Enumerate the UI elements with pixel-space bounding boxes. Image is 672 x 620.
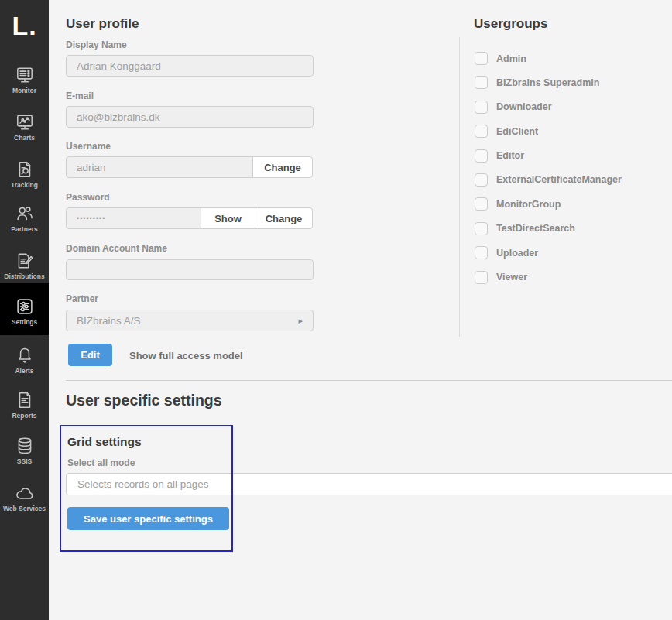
partners-icon bbox=[0, 204, 49, 224]
sidebar-item-label: Distributions bbox=[0, 272, 49, 281]
alerts-icon bbox=[0, 345, 49, 365]
reports-icon bbox=[0, 390, 49, 410]
sidebar: L. Monitor Charts bbox=[0, 0, 49, 620]
usergroup-row-uploader: Uploader bbox=[475, 246, 622, 259]
partner-value: BIZbrains A/S bbox=[77, 315, 141, 327]
usergroup-checkbox[interactable] bbox=[475, 76, 488, 89]
settings-icon bbox=[0, 296, 49, 317]
username-input[interactable] bbox=[66, 156, 253, 178]
usergroup-checkbox[interactable] bbox=[475, 125, 488, 138]
charts-icon bbox=[0, 112, 49, 132]
sidebar-item-label: SSIS bbox=[0, 457, 49, 466]
password-change-button[interactable]: Change bbox=[255, 207, 313, 229]
monitor-icon bbox=[0, 65, 49, 85]
display-name-label: Display Name bbox=[66, 39, 127, 50]
sidebar-item-label: Monitor bbox=[0, 87, 49, 95]
usergroups-title: Usergroups bbox=[474, 16, 547, 32]
sidebar-item-label: Reports bbox=[0, 412, 49, 420]
sidebar-item-label: Charts bbox=[0, 134, 49, 142]
usergroup-label: Admin bbox=[496, 53, 526, 64]
ssis-icon bbox=[0, 436, 49, 456]
email-input[interactable] bbox=[66, 106, 314, 128]
sidebar-item-web-services[interactable]: Web Services bbox=[0, 483, 49, 513]
select-all-mode-input[interactable] bbox=[66, 473, 672, 495]
usergroup-row-externalcertificatemanager: ExternalCertificateManager bbox=[475, 173, 622, 187]
usergroup-row-admin: Admin bbox=[475, 52, 622, 65]
usergroup-row-downloader: Downloader bbox=[475, 101, 622, 114]
domain-account-label: Domain Account Name bbox=[66, 243, 167, 254]
usergroup-checkbox[interactable] bbox=[475, 222, 488, 235]
usergroup-checkbox[interactable] bbox=[475, 173, 488, 187]
sidebar-item-label: Alerts bbox=[0, 367, 49, 375]
username-group: Change bbox=[66, 156, 313, 178]
usergroup-row-monitorgroup: MonitorGroup bbox=[475, 197, 622, 211]
email-label: E-mail bbox=[66, 91, 94, 101]
display-name-input[interactable] bbox=[66, 55, 314, 77]
usergroup-row-ediclient: EdiClient bbox=[475, 125, 622, 138]
sidebar-item-alerts[interactable]: Alerts bbox=[0, 345, 49, 375]
sidebar-item-label: Settings bbox=[0, 318, 49, 327]
user-profile-title: User profile bbox=[66, 16, 139, 32]
edit-button[interactable]: Edit bbox=[68, 344, 112, 366]
usergroup-checkbox[interactable] bbox=[475, 197, 488, 211]
usergroup-row-editor: Editor bbox=[475, 149, 622, 163]
password-input[interactable] bbox=[66, 207, 201, 229]
grid-settings-title: Grid settings bbox=[67, 435, 142, 449]
distributions-icon bbox=[0, 251, 49, 271]
app-logo[interactable]: L. bbox=[0, 11, 49, 41]
usergroup-label: BIZbrains Superadmin bbox=[496, 77, 599, 88]
usergroup-label: MonitorGroup bbox=[496, 199, 561, 210]
usergroup-label: EdiClient bbox=[496, 126, 538, 137]
usergroup-checkbox[interactable] bbox=[475, 246, 488, 259]
usergroup-checkbox[interactable] bbox=[475, 271, 488, 284]
sidebar-item-distributions[interactable]: Distributions bbox=[0, 251, 49, 281]
usergroup-checkbox[interactable] bbox=[475, 101, 488, 114]
partner-select[interactable]: BIZbrains A/S ▸ bbox=[66, 310, 314, 331]
usergroup-row-testdirectsearch: TestDirectSearch bbox=[475, 222, 622, 235]
usergroup-label: Viewer bbox=[496, 272, 527, 283]
sidebar-item-label: Partners bbox=[0, 225, 49, 234]
section-divider bbox=[66, 380, 672, 381]
username-label: Username bbox=[66, 141, 111, 152]
usergroup-label: Editor bbox=[496, 150, 524, 161]
partner-label: Partner bbox=[66, 293, 98, 304]
sidebar-item-tracking[interactable]: Tracking bbox=[0, 159, 49, 190]
sidebar-item-label: Tracking bbox=[0, 181, 49, 190]
usergroup-checkbox[interactable] bbox=[475, 52, 488, 65]
select-all-mode-label: Select all mode bbox=[67, 457, 135, 468]
domain-account-input[interactable] bbox=[66, 259, 314, 280]
chevron-right-icon: ▸ bbox=[298, 316, 303, 326]
usergroup-label: Uploader bbox=[496, 248, 538, 259]
usergroup-row-viewer: Viewer bbox=[475, 271, 622, 284]
settings-page: L. Monitor Charts bbox=[0, 0, 672, 620]
username-change-button[interactable]: Change bbox=[252, 156, 313, 178]
sidebar-item-ssis[interactable]: SSIS bbox=[0, 436, 49, 466]
sidebar-item-partners[interactable]: Partners bbox=[0, 204, 49, 234]
web-services-icon bbox=[0, 483, 49, 503]
usergroup-label: TestDirectSearch bbox=[496, 223, 575, 234]
usergroups-divider bbox=[459, 37, 460, 337]
sidebar-item-settings[interactable]: Settings bbox=[0, 283, 49, 335]
sidebar-item-reports[interactable]: Reports bbox=[0, 390, 49, 420]
usergroup-label: Downloader bbox=[496, 101, 552, 112]
show-full-access-model-link[interactable]: Show full access model bbox=[129, 350, 243, 361]
password-group: Show Change bbox=[66, 207, 313, 229]
usergroup-checkbox[interactable] bbox=[475, 149, 488, 163]
save-user-specific-settings-button[interactable]: Save user specific settings bbox=[67, 507, 229, 530]
password-label: Password bbox=[66, 192, 110, 203]
tracking-icon bbox=[0, 159, 49, 180]
user-specific-settings-title: User specific settings bbox=[66, 392, 222, 409]
sidebar-item-monitor[interactable]: Monitor bbox=[0, 65, 49, 95]
sidebar-item-charts[interactable]: Charts bbox=[0, 112, 49, 142]
usergroups-list: Admin BIZbrains Superadmin Downloader Ed… bbox=[475, 52, 622, 295]
usergroup-label: ExternalCertificateManager bbox=[496, 174, 622, 185]
usergroup-row-bizbrains-superadmin: BIZbrains Superadmin bbox=[475, 76, 622, 89]
sidebar-item-label: Web Services bbox=[0, 505, 49, 513]
password-show-button[interactable]: Show bbox=[201, 207, 255, 229]
